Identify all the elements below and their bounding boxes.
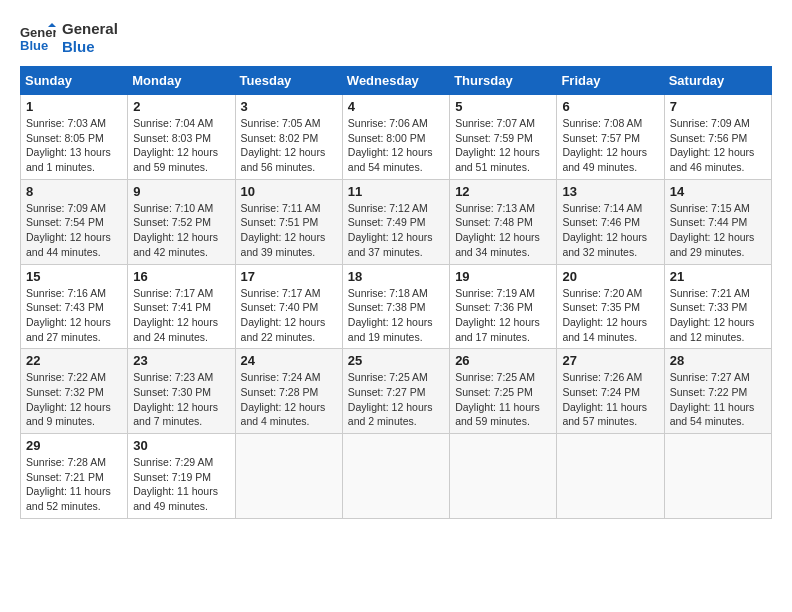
- day-number: 5: [455, 99, 551, 114]
- day-number: 24: [241, 353, 337, 368]
- day-info: Sunrise: 7:20 AMSunset: 7:35 PMDaylight:…: [562, 286, 658, 345]
- calendar-cell: 10Sunrise: 7:11 AMSunset: 7:51 PMDayligh…: [235, 179, 342, 264]
- day-info: Sunrise: 7:25 AMSunset: 7:25 PMDaylight:…: [455, 370, 551, 429]
- day-number: 7: [670, 99, 766, 114]
- day-number: 11: [348, 184, 444, 199]
- calendar-cell: [235, 434, 342, 519]
- day-info: Sunrise: 7:24 AMSunset: 7:28 PMDaylight:…: [241, 370, 337, 429]
- day-info: Sunrise: 7:05 AMSunset: 8:02 PMDaylight:…: [241, 116, 337, 175]
- day-number: 10: [241, 184, 337, 199]
- calendar-cell: 11Sunrise: 7:12 AMSunset: 7:49 PMDayligh…: [342, 179, 449, 264]
- day-info: Sunrise: 7:07 AMSunset: 7:59 PMDaylight:…: [455, 116, 551, 175]
- day-number: 23: [133, 353, 229, 368]
- calendar-cell: 5Sunrise: 7:07 AMSunset: 7:59 PMDaylight…: [450, 95, 557, 180]
- calendar-cell: 24Sunrise: 7:24 AMSunset: 7:28 PMDayligh…: [235, 349, 342, 434]
- day-number: 8: [26, 184, 122, 199]
- day-number: 1: [26, 99, 122, 114]
- day-info: Sunrise: 7:25 AMSunset: 7:27 PMDaylight:…: [348, 370, 444, 429]
- calendar-cell: [557, 434, 664, 519]
- calendar-cell: 29Sunrise: 7:28 AMSunset: 7:21 PMDayligh…: [21, 434, 128, 519]
- calendar-cell: 14Sunrise: 7:15 AMSunset: 7:44 PMDayligh…: [664, 179, 771, 264]
- day-number: 22: [26, 353, 122, 368]
- day-number: 28: [670, 353, 766, 368]
- day-number: 4: [348, 99, 444, 114]
- logo-text: GeneralBlue: [62, 20, 118, 56]
- day-info: Sunrise: 7:11 AMSunset: 7:51 PMDaylight:…: [241, 201, 337, 260]
- calendar-cell: [342, 434, 449, 519]
- day-number: 16: [133, 269, 229, 284]
- calendar-cell: 9Sunrise: 7:10 AMSunset: 7:52 PMDaylight…: [128, 179, 235, 264]
- day-number: 29: [26, 438, 122, 453]
- weekday-header-friday: Friday: [557, 67, 664, 95]
- svg-text:Blue: Blue: [20, 38, 48, 53]
- day-number: 27: [562, 353, 658, 368]
- calendar-table: SundayMondayTuesdayWednesdayThursdayFrid…: [20, 66, 772, 519]
- day-number: 18: [348, 269, 444, 284]
- calendar-cell: 2Sunrise: 7:04 AMSunset: 8:03 PMDaylight…: [128, 95, 235, 180]
- day-info: Sunrise: 7:09 AMSunset: 7:54 PMDaylight:…: [26, 201, 122, 260]
- day-number: 14: [670, 184, 766, 199]
- weekday-header-wednesday: Wednesday: [342, 67, 449, 95]
- day-number: 3: [241, 99, 337, 114]
- weekday-header-sunday: Sunday: [21, 67, 128, 95]
- day-number: 17: [241, 269, 337, 284]
- calendar-cell: 16Sunrise: 7:17 AMSunset: 7:41 PMDayligh…: [128, 264, 235, 349]
- calendar-cell: 25Sunrise: 7:25 AMSunset: 7:27 PMDayligh…: [342, 349, 449, 434]
- day-number: 26: [455, 353, 551, 368]
- day-number: 15: [26, 269, 122, 284]
- calendar-cell: 4Sunrise: 7:06 AMSunset: 8:00 PMDaylight…: [342, 95, 449, 180]
- day-info: Sunrise: 7:29 AMSunset: 7:19 PMDaylight:…: [133, 455, 229, 514]
- calendar-cell: 13Sunrise: 7:14 AMSunset: 7:46 PMDayligh…: [557, 179, 664, 264]
- day-info: Sunrise: 7:16 AMSunset: 7:43 PMDaylight:…: [26, 286, 122, 345]
- weekday-header-saturday: Saturday: [664, 67, 771, 95]
- day-number: 6: [562, 99, 658, 114]
- weekday-header-monday: Monday: [128, 67, 235, 95]
- calendar-cell: 3Sunrise: 7:05 AMSunset: 8:02 PMDaylight…: [235, 95, 342, 180]
- day-number: 2: [133, 99, 229, 114]
- day-number: 13: [562, 184, 658, 199]
- day-info: Sunrise: 7:12 AMSunset: 7:49 PMDaylight:…: [348, 201, 444, 260]
- weekday-header-thursday: Thursday: [450, 67, 557, 95]
- day-number: 25: [348, 353, 444, 368]
- day-info: Sunrise: 7:03 AMSunset: 8:05 PMDaylight:…: [26, 116, 122, 175]
- calendar-cell: 28Sunrise: 7:27 AMSunset: 7:22 PMDayligh…: [664, 349, 771, 434]
- calendar-cell: [664, 434, 771, 519]
- day-info: Sunrise: 7:17 AMSunset: 7:41 PMDaylight:…: [133, 286, 229, 345]
- day-number: 21: [670, 269, 766, 284]
- logo-icon: General Blue: [20, 23, 56, 53]
- day-number: 12: [455, 184, 551, 199]
- calendar-cell: 12Sunrise: 7:13 AMSunset: 7:48 PMDayligh…: [450, 179, 557, 264]
- day-info: Sunrise: 7:28 AMSunset: 7:21 PMDaylight:…: [26, 455, 122, 514]
- day-info: Sunrise: 7:04 AMSunset: 8:03 PMDaylight:…: [133, 116, 229, 175]
- calendar-cell: 22Sunrise: 7:22 AMSunset: 7:32 PMDayligh…: [21, 349, 128, 434]
- calendar-cell: 30Sunrise: 7:29 AMSunset: 7:19 PMDayligh…: [128, 434, 235, 519]
- calendar-cell: 18Sunrise: 7:18 AMSunset: 7:38 PMDayligh…: [342, 264, 449, 349]
- day-info: Sunrise: 7:14 AMSunset: 7:46 PMDaylight:…: [562, 201, 658, 260]
- day-info: Sunrise: 7:15 AMSunset: 7:44 PMDaylight:…: [670, 201, 766, 260]
- calendar-cell: 17Sunrise: 7:17 AMSunset: 7:40 PMDayligh…: [235, 264, 342, 349]
- calendar-cell: [450, 434, 557, 519]
- day-number: 9: [133, 184, 229, 199]
- calendar-cell: 6Sunrise: 7:08 AMSunset: 7:57 PMDaylight…: [557, 95, 664, 180]
- calendar-cell: 21Sunrise: 7:21 AMSunset: 7:33 PMDayligh…: [664, 264, 771, 349]
- page-header: General Blue GeneralBlue: [20, 20, 772, 56]
- calendar-cell: 26Sunrise: 7:25 AMSunset: 7:25 PMDayligh…: [450, 349, 557, 434]
- day-info: Sunrise: 7:08 AMSunset: 7:57 PMDaylight:…: [562, 116, 658, 175]
- day-info: Sunrise: 7:23 AMSunset: 7:30 PMDaylight:…: [133, 370, 229, 429]
- day-number: 19: [455, 269, 551, 284]
- day-info: Sunrise: 7:18 AMSunset: 7:38 PMDaylight:…: [348, 286, 444, 345]
- calendar-cell: 15Sunrise: 7:16 AMSunset: 7:43 PMDayligh…: [21, 264, 128, 349]
- day-info: Sunrise: 7:27 AMSunset: 7:22 PMDaylight:…: [670, 370, 766, 429]
- calendar-cell: 19Sunrise: 7:19 AMSunset: 7:36 PMDayligh…: [450, 264, 557, 349]
- calendar-cell: 1Sunrise: 7:03 AMSunset: 8:05 PMDaylight…: [21, 95, 128, 180]
- day-info: Sunrise: 7:22 AMSunset: 7:32 PMDaylight:…: [26, 370, 122, 429]
- day-info: Sunrise: 7:09 AMSunset: 7:56 PMDaylight:…: [670, 116, 766, 175]
- calendar-cell: 8Sunrise: 7:09 AMSunset: 7:54 PMDaylight…: [21, 179, 128, 264]
- weekday-header-tuesday: Tuesday: [235, 67, 342, 95]
- calendar-cell: 23Sunrise: 7:23 AMSunset: 7:30 PMDayligh…: [128, 349, 235, 434]
- day-info: Sunrise: 7:21 AMSunset: 7:33 PMDaylight:…: [670, 286, 766, 345]
- day-info: Sunrise: 7:19 AMSunset: 7:36 PMDaylight:…: [455, 286, 551, 345]
- calendar-cell: 27Sunrise: 7:26 AMSunset: 7:24 PMDayligh…: [557, 349, 664, 434]
- day-number: 30: [133, 438, 229, 453]
- logo: General Blue GeneralBlue: [20, 20, 118, 56]
